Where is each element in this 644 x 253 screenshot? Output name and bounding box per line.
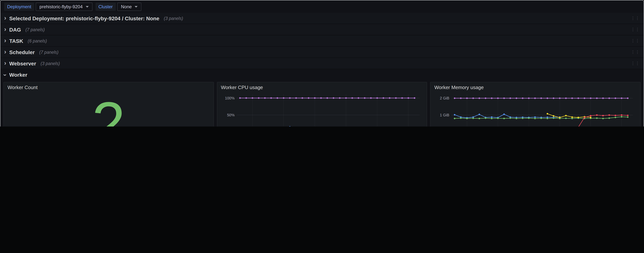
dashboard-variables-bar: Deployment prehistoric-flyby-9204 Cluste… (0, 0, 644, 13)
panel-worker-count: Worker Count 2 (4, 82, 214, 126)
row-dag[interactable]: › DAG (7 panels) ⋮⋮ (0, 24, 644, 35)
row-webserver[interactable]: › Webserver (3 panels) ⋮⋮ (0, 58, 644, 69)
row-panel-count: (6 panels) (28, 38, 47, 43)
grafana-dashboard: Deployment prehistoric-flyby-9204 Cluste… (0, 0, 644, 126)
chevron-down-icon: › (2, 74, 8, 76)
variable-value-deployment: prehistoric-flyby-9204 (40, 4, 82, 9)
worker-memory-chart: 0 B1 GiB2 GiB15:4515:5015:5516:0016:0516… (434, 91, 636, 126)
row-title: Worker (9, 72, 27, 78)
row-title: DAG (9, 26, 21, 32)
row-drag-handle-icon[interactable]: ⋮⋮ (631, 16, 640, 21)
variable-select-cluster[interactable]: None (117, 2, 142, 11)
worker-panels-row: Worker Count 2 Worker CPU usage 0%50%100… (4, 82, 640, 126)
row-drag-handle-icon[interactable]: ⋮⋮ (631, 27, 640, 32)
row-panel-count: (3 panels) (40, 61, 60, 66)
row-title: Webserver (9, 60, 36, 66)
variable-deployment: Deployment prehistoric-flyby-9204 (4, 2, 92, 11)
row-title: Scheduler (9, 49, 34, 55)
variable-cluster: Cluster None (96, 2, 142, 11)
row-drag-handle-icon[interactable]: ⋮⋮ (631, 61, 640, 66)
panel-title-worker-cpu[interactable]: Worker CPU usage (221, 84, 423, 90)
panel-worker-memory: Worker Memory usage 0 B1 GiB2 GiB15:4515… (430, 82, 640, 126)
row-title: TASK (9, 38, 23, 44)
row-task[interactable]: › TASK (6 panels) ⋮⋮ (0, 35, 644, 46)
row-panel-count: (7 panels) (39, 50, 58, 54)
chevron-down-icon (86, 6, 89, 7)
row-selected-deployment[interactable]: › Selected Deployment: prehistoric-flyby… (0, 13, 644, 24)
variable-label-cluster: Cluster (96, 2, 116, 11)
chevron-right-icon: › (4, 60, 6, 66)
row-worker[interactable]: › Worker (0, 69, 644, 80)
worker-count-value: 2 (8, 91, 210, 126)
svg-text:50%: 50% (227, 113, 234, 117)
panel-worker-cpu: Worker CPU usage 0%50%100%15:4515:5015:5… (217, 82, 427, 126)
row-drag-handle-icon[interactable]: ⋮⋮ (631, 50, 640, 54)
chevron-right-icon: › (4, 37, 6, 44)
row-panel-count: (7 panels) (26, 27, 45, 32)
variable-select-deployment[interactable]: prehistoric-flyby-9204 (36, 2, 92, 11)
row-panel-count: (3 panels) (164, 16, 183, 20)
svg-text:1 GiB: 1 GiB (440, 113, 450, 117)
variable-label-deployment: Deployment (4, 2, 34, 11)
row-title: Selected Deployment: prehistoric-flyby-9… (9, 15, 159, 21)
svg-text:100%: 100% (225, 96, 234, 100)
row-drag-handle-icon[interactable]: ⋮⋮ (631, 38, 640, 43)
chevron-right-icon: › (4, 48, 6, 55)
row-scheduler[interactable]: › Scheduler (7 panels) ⋮⋮ (0, 46, 644, 58)
chevron-right-icon: › (4, 26, 6, 32)
variable-value-cluster: None (121, 4, 132, 9)
worker-cpu-chart: 0%50%100%15:4515:5015:5516:0016:0516:10 (221, 91, 423, 126)
svg-text:2 GiB: 2 GiB (440, 96, 450, 100)
panel-title-worker-memory[interactable]: Worker Memory usage (434, 84, 636, 90)
chevron-down-icon (135, 6, 138, 7)
chevron-right-icon: › (4, 14, 6, 21)
